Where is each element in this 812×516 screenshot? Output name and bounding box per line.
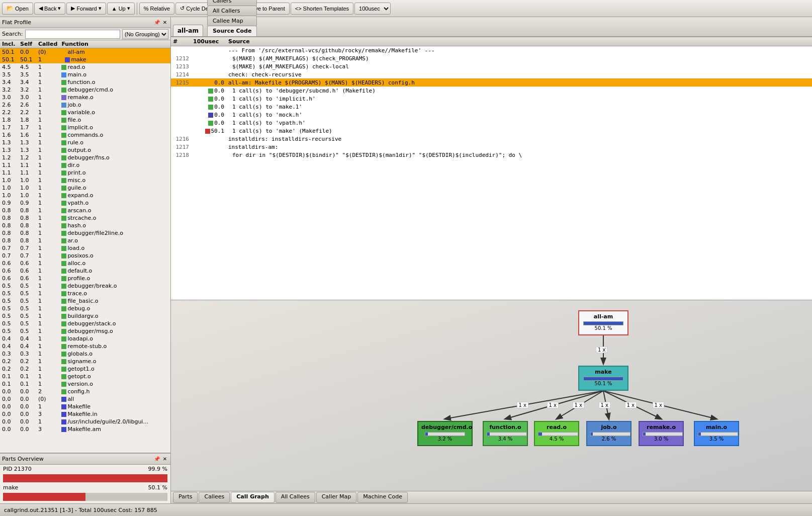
table-row[interactable]: 0.00.03Makefile.in — [0, 410, 170, 418]
tab-callee-map[interactable]: Callee Map — [207, 16, 257, 26]
table-row[interactable]: 50.150.11 make — [0, 56, 170, 63]
cell-function[interactable]: main.o — [59, 71, 170, 78]
col-function[interactable]: Function — [59, 40, 170, 48]
cell-function[interactable]: load.o — [59, 244, 170, 252]
grouping-select[interactable]: (No Grouping) — [122, 29, 168, 39]
table-row[interactable]: 0.30.31globals.o — [0, 350, 170, 358]
cell-function[interactable]: implicit.o — [59, 124, 170, 131]
cell-function[interactable]: config.h — [59, 388, 170, 395]
cell-function[interactable]: rule.o — [59, 139, 170, 146]
cell-function[interactable]: profile.o — [59, 275, 170, 282]
cell-function[interactable]: signame.o — [59, 358, 170, 365]
table-row[interactable]: 3.23.21debugger/cmd.o — [0, 86, 170, 94]
table-row[interactable]: 0.60.61alloc.o — [0, 260, 170, 267]
table-row[interactable]: 0.60.61profile.o — [0, 275, 170, 282]
col-called[interactable]: Called — [36, 40, 59, 48]
table-row[interactable]: 1.21.21debugger/fns.o — [0, 154, 170, 161]
table-row[interactable]: 1.01.01misc.o — [0, 177, 170, 184]
pin-icon[interactable]: 📌 — [153, 19, 160, 26]
cell-function[interactable]: commands.o — [59, 131, 170, 139]
graph-node-debugger_cmd[interactable]: debugger/cmd.o 3.2 % — [417, 421, 473, 446]
table-row[interactable]: 0.80.81ar.o — [0, 237, 170, 244]
graph-node-remake[interactable]: remake.o 3.0 % — [639, 421, 684, 446]
forward-button[interactable]: ▶ Forward ▾ — [66, 3, 106, 15]
cost-select[interactable]: 100usec — [354, 3, 391, 15]
cell-function[interactable]: output.o — [59, 146, 170, 154]
table-row[interactable]: 0.80.81hash.o — [0, 222, 170, 229]
table-row[interactable]: 0.80.81strcache.o — [0, 214, 170, 222]
table-row[interactable]: 0.00.0(0)all — [0, 395, 170, 403]
table-row[interactable]: 0.50.51debugger/stack.o — [0, 320, 170, 327]
cell-function[interactable]: debugger/file2line.o — [59, 229, 170, 237]
cell-function[interactable]: default.o — [59, 267, 170, 275]
table-row[interactable]: 1.01.01guile.o — [0, 184, 170, 192]
cell-function[interactable]: arscan.o — [59, 207, 170, 214]
graph-node-main[interactable]: main.o 3.5 % — [694, 421, 739, 446]
graph-node-make[interactable]: make 50.1 % — [578, 366, 628, 391]
cell-function[interactable]: all — [59, 395, 170, 403]
cell-function[interactable]: ar.o — [59, 237, 170, 244]
cell-function[interactable]: globals.o — [59, 350, 170, 358]
cell-function[interactable]: Makefile.am — [59, 425, 170, 433]
table-row[interactable]: 1.11.11print.o — [0, 169, 170, 177]
table-row[interactable]: 0.50.51debug.o — [0, 305, 170, 312]
tab-callers[interactable]: Callers — [207, 0, 257, 6]
table-row[interactable]: 0.70.71load.o — [0, 244, 170, 252]
cell-function[interactable]: debugger/fns.o — [59, 154, 170, 161]
graph-node-read[interactable]: read.o 4.5 % — [534, 421, 579, 446]
bottom-tab-caller-map[interactable]: Caller Map — [316, 492, 357, 503]
cell-function[interactable]: loadapi.o — [59, 335, 170, 342]
cell-function[interactable]: make — [59, 56, 170, 63]
cell-function[interactable]: /usr/include/guile/2.0/libgui... — [59, 418, 170, 425]
graph-node-all-am[interactable]: all-am 50.1 % — [578, 310, 628, 335]
table-row[interactable]: 1.31.31output.o — [0, 146, 170, 154]
table-row[interactable]: 4.54.51read.o — [0, 63, 170, 71]
search-input[interactable] — [25, 30, 121, 39]
table-row[interactable]: 0.50.51debugger/msg.o — [0, 327, 170, 335]
cell-function[interactable]: expand.o — [59, 192, 170, 199]
cell-function[interactable]: debugger/msg.o — [59, 327, 170, 335]
cell-function[interactable]: variable.o — [59, 109, 170, 116]
cell-function[interactable]: Makefile — [59, 403, 170, 410]
col-incl[interactable]: Incl. — [0, 40, 18, 48]
open-button[interactable]: 📂 Open — [2, 3, 33, 15]
table-row[interactable]: 0.00.03Makefile.am — [0, 425, 170, 433]
back-button[interactable]: ◀ Back ▾ — [34, 3, 65, 15]
table-row[interactable]: 0.20.21getopt1.o — [0, 365, 170, 373]
table-row[interactable]: 0.00.02config.h — [0, 388, 170, 395]
cell-function[interactable]: print.o — [59, 169, 170, 177]
graph-node-function[interactable]: function.o 3.4 % — [483, 421, 528, 446]
cell-function[interactable]: misc.o — [59, 177, 170, 184]
table-row[interactable]: 1.81.81file.o — [0, 116, 170, 124]
parts-pin-icon[interactable]: 📌 — [153, 456, 160, 463]
table-row[interactable]: 0.00.01/usr/include/guile/2.0/libgui... — [0, 418, 170, 425]
cell-function[interactable]: debugger/stack.o — [59, 320, 170, 327]
table-row[interactable]: 0.50.51file_basic.o — [0, 297, 170, 305]
cell-function[interactable]: trace.o — [59, 290, 170, 297]
cell-function[interactable]: getopt.o — [59, 373, 170, 380]
bottom-tab-machine-code[interactable]: Machine Code — [357, 492, 408, 503]
table-row[interactable]: 0.00.01Makefile — [0, 403, 170, 410]
bottom-tab-call-graph[interactable]: Call Graph — [231, 492, 274, 503]
cell-function[interactable]: posixos.o — [59, 252, 170, 260]
bottom-tab-parts[interactable]: Parts — [173, 492, 198, 503]
cell-function[interactable]: guile.o — [59, 184, 170, 192]
cell-function[interactable]: remake.o — [59, 94, 170, 101]
cell-function[interactable]: file_basic.o — [59, 297, 170, 305]
table-row[interactable]: 0.40.41loadapi.o — [0, 335, 170, 342]
graph-node-job[interactable]: job.o 2.6 % — [586, 421, 631, 446]
close-icon[interactable]: ✕ — [161, 19, 168, 26]
table-row[interactable]: 2.22.21variable.o — [0, 109, 170, 116]
cell-function[interactable]: hash.o — [59, 222, 170, 229]
cell-function[interactable]: buildargv.o — [59, 312, 170, 320]
up-button[interactable]: ▲ Up ▾ — [107, 3, 135, 15]
cell-function[interactable]: debug.o — [59, 305, 170, 312]
bottom-tab-all-callees[interactable]: All Callees — [276, 492, 315, 503]
cell-function[interactable]: file.o — [59, 116, 170, 124]
table-row[interactable]: 2.62.61job.o — [0, 101, 170, 109]
table-row[interactable]: 1.11.11dir.o — [0, 161, 170, 169]
table-row[interactable]: 0.20.21signame.o — [0, 358, 170, 365]
table-row[interactable]: 3.43.41function.o — [0, 78, 170, 86]
cell-function[interactable]: alloc.o — [59, 260, 170, 267]
cell-function[interactable]: job.o — [59, 101, 170, 109]
